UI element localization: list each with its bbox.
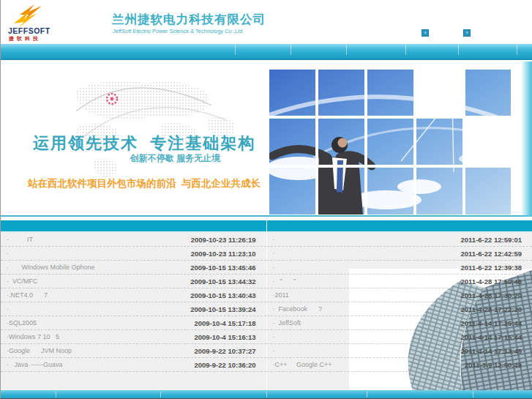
news-item-date: 2009-10-4 15:17:18 [195,319,266,327]
news-section: · IT2009-10-23 11:26:19·2009-10-23 11:23… [1,217,532,390]
site-logo[interactable]: JEFFSOFT 捷软科技 [7,3,109,40]
news-row: · “ ”2011-4-28 17:50:46 [267,275,532,288]
news-item-link[interactable]: · [267,250,275,257]
footer-bar [1,390,532,399]
news-row: ·2009-10-15 13:39:24 [1,302,266,316]
footer-separator [160,392,161,398]
news-item-date: 2011-6-22 12:42:59 [461,250,532,258]
news-item-date: 2009-10-23 11:26:19 [191,236,266,244]
brand-name: JEFFSOFT [8,26,50,35]
news-item-link[interactable]: · Facebook ? [267,305,323,313]
news-item-date: 2011-4-14 17:25:44 [461,319,532,327]
news-left-header-bar [1,220,266,233]
tile-gap [315,70,318,215]
news-item-link[interactable]: ·SQL2005 [1,319,37,327]
footer-separator [473,392,473,398]
nav-separator [291,45,291,55]
news-item-link[interactable]: · JeffSoft [267,319,301,327]
news-row: · Windows Mobile Ophone2009-10-15 13:45:… [1,261,266,275]
news-item-date: 2011-4-14 17:13:45 [461,347,532,355]
banner-tagline: 站在西北软件项目外包市场的前沿 与西北企业共成长 [28,177,261,190]
news-item-date: 2011-6-22 12:39:38 [461,264,532,272]
news-row: ·2009-10-23 11:23:10 [1,247,266,261]
news-item-link[interactable]: ·C++ Google C++ [267,361,332,368]
news-item-date: 2009-9-22 10:36:20 [195,361,266,369]
news-row: ·2011-6-22 12:59:01 [267,233,532,247]
lightning-bolt-icon [10,4,48,28]
news-item-date: 2011-4-28 17:30:20 [461,291,532,299]
news-item-date: 2011-4-28 17:50:46 [461,277,532,286]
news-item-link[interactable]: · [267,264,275,271]
nav-separator [517,45,517,55]
footer-separator [56,392,56,398]
news-row: ·.NET4.0 72009-10-15 13:40:43 [1,288,266,302]
hero-banner: 运用领先技术 专注基础架构 创新不停歇 服务无止境 站在西北软件项目外包市场的前… [1,61,532,217]
news-row: ·Windows 7 10 52009-10-4 15:16:13 [1,330,266,344]
news-row: · Java ——Guava2009-9-22 10:36:20 [1,358,266,372]
news-item-date: 2009-10-15 13:39:24 [190,305,266,313]
site-header: JEFFSOFT 捷软科技 兰州捷软电力科技有限公司 JeffSoft Elec… [1,0,532,42]
news-right-header-bar [267,220,532,233]
news-item-date: 2009-10-4 15:16:13 [195,333,266,341]
news-row: ·2011-4-14 17:15:44 [267,330,532,344]
footer-separator [266,392,267,398]
tile-gap [364,70,367,215]
nav-separator [405,45,406,55]
company-name-cn: 兰州捷软电力科技有限公司 [112,12,266,28]
arrow-right-icon[interactable]: › [422,29,429,37]
main-navigation-bar[interactable] [1,42,532,61]
news-column-right: ·2011-6-22 12:59:01·2011-6-22 12:42:59·2… [267,220,532,390]
news-row: ·SQL20052009-10-4 15:17:18 [1,316,266,330]
banner-subheadline: 创新不停歇 服务无止境 [103,152,220,165]
news-item-date: 2011-4-14 17:15:44 [461,333,532,341]
news-item-date: 2011-3-9 12:50:49 [465,361,532,369]
news-item-link[interactable]: ·2011 [267,291,289,299]
news-row: ·Google JVM Noop2009-9-22 10:37:27 [1,344,266,358]
news-item-link[interactable]: ·.NET4.0 7 [1,291,48,299]
tile-gap [269,165,511,168]
banner-right-accent-strip [521,61,532,217]
news-item-link[interactable]: · [1,250,9,257]
news-row: · Facebook ?2011-4-28 17:22:20 [267,302,532,316]
news-row: ·2011-4-14 17:13:45 [267,344,532,358]
news-item-date: 2009-10-15 13:44:32 [190,277,266,286]
news-item-date: 2009-10-15 13:45:46 [190,264,266,272]
footer-separator [367,392,367,398]
nav-separator [235,45,236,55]
arrow-right-icon[interactable]: › [463,29,471,37]
news-row: ·2011-6-22 12:39:38 [267,261,532,275]
nav-bar-background [1,44,532,60]
hero-photo-tile-grid [269,70,511,215]
news-item-link[interactable]: · Windows Mobile Ophone [1,264,95,271]
news-item-link[interactable]: · [267,236,275,243]
news-column-left: · IT2009-10-23 11:26:19·2009-10-23 11:23… [1,220,266,390]
news-row: · IT2009-10-23 11:26:19 [1,233,266,247]
news-item-link[interactable]: · VC/MFC [1,277,38,285]
news-item-date: 2009-10-23 11:23:10 [191,250,266,258]
news-item-link[interactable]: · [1,305,9,313]
news-row: ·20112011-4-28 17:30:20 [267,288,532,302]
webpage: JEFFSOFT 捷软科技 兰州捷软电力科技有限公司 JeffSoft Elec… [0,0,532,399]
news-item-link[interactable]: · “ ” [267,277,296,285]
news-item-link[interactable]: · [267,333,275,340]
news-item-date: 2009-9-22 10:37:27 [195,347,266,355]
banner-headline: 运用领先技术 专注基础架构 [33,133,255,154]
company-name-en: JeffSoft Electric Power Science & Techno… [113,28,242,34]
news-row: · JeffSoft2011-4-14 17:25:44 [267,316,532,330]
nav-separator [458,45,459,55]
news-item-link[interactable]: ·Google JVM Noop [1,347,72,354]
news-item-link[interactable]: · [267,347,275,354]
nav-separator [346,45,347,55]
missing-tile [416,70,462,116]
news-item-date: 2009-10-15 13:40:43 [190,291,266,299]
news-row: · VC/MFC2009-10-15 13:44:32 [1,275,266,288]
news-item-link[interactable]: · Java ——Guava [1,361,63,368]
news-item-link[interactable]: · IT [1,236,33,243]
missing-tile [465,119,511,165]
news-item-date: 2011-4-28 17:22:20 [461,305,532,313]
news-item-link[interactable]: ·Windows 7 10 5 [1,333,59,340]
news-row: ·2011-6-22 12:42:59 [267,247,532,261]
news-item-date: 2011-6-22 12:59:01 [461,236,532,244]
news-row: ·C++ Google C++2011-3-9 12:50:49 [267,358,532,372]
